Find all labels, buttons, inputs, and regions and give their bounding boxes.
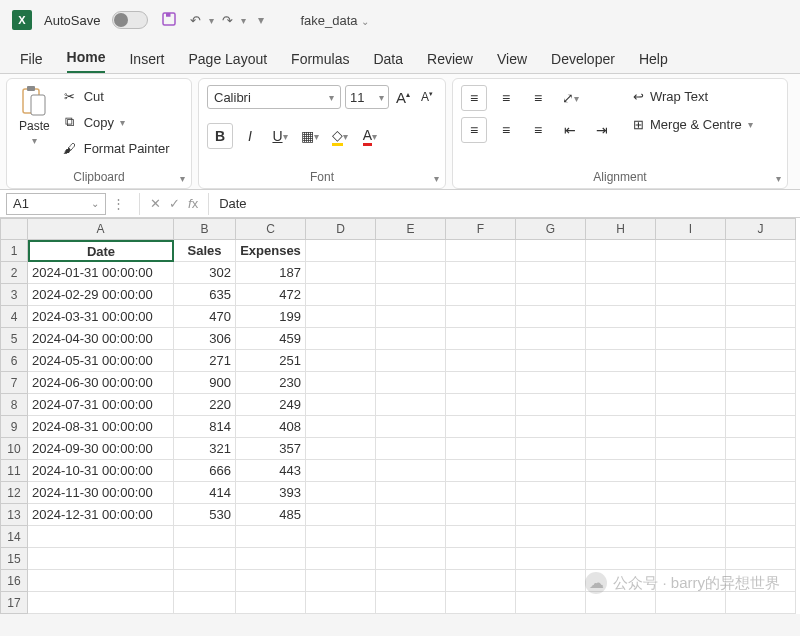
cell[interactable]: [726, 350, 796, 372]
filename-dropdown[interactable]: ⌄: [361, 16, 369, 27]
row-header[interactable]: 9: [0, 416, 28, 438]
font-launcher-icon[interactable]: ▾: [434, 173, 439, 184]
column-header[interactable]: C: [236, 218, 306, 240]
cell[interactable]: Date: [28, 240, 174, 262]
cell[interactable]: 321: [174, 438, 236, 460]
cell[interactable]: [376, 438, 446, 460]
cell[interactable]: [586, 306, 656, 328]
row-header[interactable]: 16: [0, 570, 28, 592]
cell[interactable]: 271: [174, 350, 236, 372]
cell[interactable]: [376, 262, 446, 284]
font-size-select[interactable]: 11▾: [345, 85, 389, 109]
cell[interactable]: 485: [236, 504, 306, 526]
increase-indent-button[interactable]: ⇥: [589, 117, 615, 143]
cell[interactable]: 393: [236, 482, 306, 504]
cell[interactable]: [446, 460, 516, 482]
cell[interactable]: [376, 416, 446, 438]
cell[interactable]: [516, 526, 586, 548]
cell[interactable]: [586, 526, 656, 548]
cell[interactable]: [306, 306, 376, 328]
cell[interactable]: [446, 548, 516, 570]
paste-button[interactable]: Paste ▾: [15, 85, 54, 146]
cell[interactable]: 302: [174, 262, 236, 284]
cell[interactable]: [376, 284, 446, 306]
cell[interactable]: [446, 372, 516, 394]
cell[interactable]: 2024-03-31 00:00:00: [28, 306, 174, 328]
cell[interactable]: [516, 416, 586, 438]
cell[interactable]: [306, 240, 376, 262]
cell[interactable]: [516, 306, 586, 328]
tab-view[interactable]: View: [497, 45, 527, 73]
name-box[interactable]: A1⌄: [6, 193, 106, 215]
cell[interactable]: [376, 548, 446, 570]
align-bottom-button[interactable]: ≡: [525, 85, 551, 111]
font-color-button[interactable]: A ▾: [357, 123, 383, 149]
cell[interactable]: 443: [236, 460, 306, 482]
merge-center-button[interactable]: ⊞Merge & Centre ▾: [633, 113, 753, 135]
cell[interactable]: [586, 240, 656, 262]
select-all-corner[interactable]: [0, 218, 28, 240]
cell[interactable]: [656, 284, 726, 306]
cell[interactable]: [446, 526, 516, 548]
cell[interactable]: 414: [174, 482, 236, 504]
cell[interactable]: 459: [236, 328, 306, 350]
cell[interactable]: 814: [174, 416, 236, 438]
cell[interactable]: [28, 548, 174, 570]
cell[interactable]: [376, 240, 446, 262]
cell[interactable]: [376, 372, 446, 394]
cell[interactable]: [174, 548, 236, 570]
cell[interactable]: [376, 526, 446, 548]
cell[interactable]: [656, 482, 726, 504]
cell[interactable]: [656, 504, 726, 526]
cell[interactable]: [726, 306, 796, 328]
column-header[interactable]: F: [446, 218, 516, 240]
cell[interactable]: [446, 328, 516, 350]
cell[interactable]: [726, 526, 796, 548]
cell[interactable]: [446, 504, 516, 526]
cell[interactable]: 900: [174, 372, 236, 394]
cell[interactable]: [376, 350, 446, 372]
cell[interactable]: [446, 240, 516, 262]
cell[interactable]: [726, 240, 796, 262]
align-left-button[interactable]: ≡: [461, 117, 487, 143]
cell[interactable]: [306, 526, 376, 548]
row-header[interactable]: 12: [0, 482, 28, 504]
cell[interactable]: [376, 504, 446, 526]
cell[interactable]: [656, 460, 726, 482]
row-header[interactable]: 13: [0, 504, 28, 526]
cell[interactable]: [446, 482, 516, 504]
tab-file[interactable]: File: [20, 45, 43, 73]
alignment-launcher-icon[interactable]: ▾: [776, 173, 781, 184]
cell[interactable]: [174, 526, 236, 548]
cell[interactable]: [376, 570, 446, 592]
clipboard-launcher-icon[interactable]: ▾: [180, 173, 185, 184]
cell[interactable]: [656, 438, 726, 460]
cell[interactable]: [236, 592, 306, 614]
cell[interactable]: [516, 438, 586, 460]
column-header[interactable]: D: [306, 218, 376, 240]
redo-icon[interactable]: ↷: [222, 13, 233, 28]
column-header[interactable]: J: [726, 218, 796, 240]
cell[interactable]: [446, 592, 516, 614]
cell[interactable]: 306: [174, 328, 236, 350]
cell[interactable]: [726, 262, 796, 284]
insert-function-icon[interactable]: fx: [188, 196, 198, 211]
column-header[interactable]: H: [586, 218, 656, 240]
cell[interactable]: [28, 526, 174, 548]
cell[interactable]: [516, 570, 586, 592]
cell[interactable]: [516, 482, 586, 504]
cell[interactable]: [586, 416, 656, 438]
row-header[interactable]: 7: [0, 372, 28, 394]
cell[interactable]: [306, 284, 376, 306]
copy-button[interactable]: ⧉Copy ▾: [62, 111, 170, 133]
cell[interactable]: 2024-02-29 00:00:00: [28, 284, 174, 306]
cell[interactable]: 2024-12-31 00:00:00: [28, 504, 174, 526]
cell[interactable]: [446, 570, 516, 592]
cell[interactable]: [376, 328, 446, 350]
row-header[interactable]: 4: [0, 306, 28, 328]
row-header[interactable]: 17: [0, 592, 28, 614]
cell[interactable]: [376, 592, 446, 614]
cell[interactable]: [586, 460, 656, 482]
undo-dropdown[interactable]: ▾: [209, 15, 214, 26]
formula-input[interactable]: Date: [209, 196, 800, 211]
